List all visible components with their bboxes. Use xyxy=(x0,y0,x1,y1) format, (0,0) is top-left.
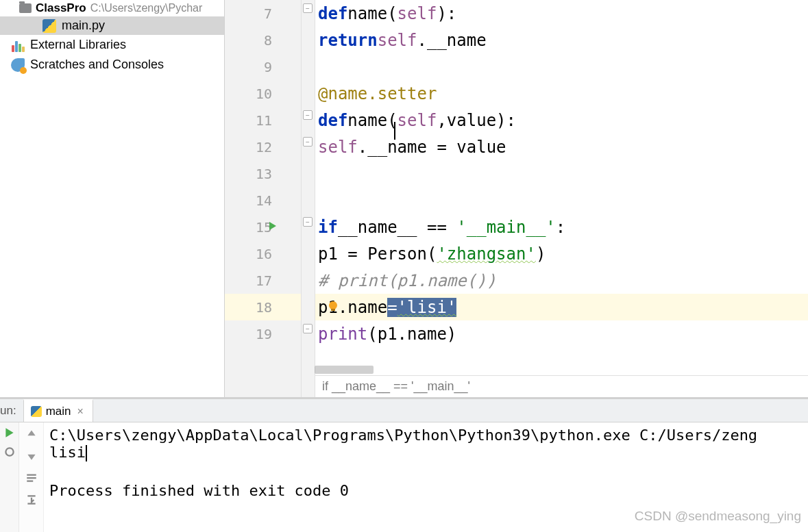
line-number[interactable]: 17 xyxy=(225,267,301,294)
fold-handle[interactable] xyxy=(303,110,313,120)
file-label: main.py xyxy=(62,18,105,33)
top-area: ClassPro C:\Users\zengy\Pychar main.py E… xyxy=(0,0,808,397)
line-number[interactable]: 18 xyxy=(225,294,301,320)
project-sidebar[interactable]: ClassPro C:\Users\zengy\Pychar main.py E… xyxy=(0,0,225,397)
line-number[interactable]: 14 xyxy=(225,187,301,214)
fold-handle[interactable] xyxy=(303,324,313,333)
line-number[interactable]: 16 xyxy=(225,240,301,267)
scratches-label: Scratches and Consoles xyxy=(30,58,164,72)
code-line[interactable]: p1.name='lisi' xyxy=(315,294,808,320)
console-cursor xyxy=(86,445,87,461)
code-line[interactable]: print(p1.name) xyxy=(315,320,808,347)
fold-handle[interactable] xyxy=(303,217,313,227)
code-line[interactable]: def name(self): xyxy=(315,0,808,27)
line-number[interactable]: 8 xyxy=(225,27,301,53)
project-file-mainpy[interactable]: main.py xyxy=(0,16,224,35)
code-line[interactable] xyxy=(315,187,808,214)
scratches-icon xyxy=(11,58,25,72)
svg-rect-1 xyxy=(331,309,335,311)
external-libraries-icon xyxy=(11,38,25,52)
scratches-row[interactable]: Scratches and Consoles xyxy=(0,55,224,75)
watermark: CSDN @sendmeasong_ying xyxy=(635,509,801,524)
intention-bulb-icon[interactable] xyxy=(326,299,340,313)
svg-point-2 xyxy=(5,448,13,455)
code-line[interactable]: return self.__name xyxy=(315,27,808,53)
python-file-icon xyxy=(31,406,42,417)
down-icon[interactable] xyxy=(25,450,38,462)
folder-icon xyxy=(19,3,32,13)
code-area[interactable]: def name(self): return self.__name @name… xyxy=(315,0,808,397)
line-number[interactable]: 15 xyxy=(225,214,301,240)
project-root-row[interactable]: ClassPro C:\Users\zengy\Pychar xyxy=(0,0,224,16)
run-tab-label: main xyxy=(46,405,71,418)
console-stdout: lisi xyxy=(49,444,803,461)
line-number[interactable]: 10 xyxy=(225,80,301,107)
scroll-to-end-icon[interactable] xyxy=(25,494,38,506)
soft-wrap-icon[interactable] xyxy=(25,472,38,484)
external-libraries-row[interactable]: External Libraries xyxy=(0,35,224,55)
project-path: C:\Users\zengy\Pychar xyxy=(90,2,203,14)
code-line[interactable] xyxy=(315,160,808,187)
line-number[interactable]: 13 xyxy=(225,160,301,187)
external-libraries-label: External Libraries xyxy=(30,38,126,52)
console-command: C:\Users\zengy\AppData\Local\Programs\Py… xyxy=(49,427,803,444)
fold-handle[interactable] xyxy=(303,3,313,13)
rerun-icon[interactable] xyxy=(3,427,16,439)
run-gutter-icon[interactable] xyxy=(267,220,278,231)
breadcrumb-text: if __name__ == '__main__' xyxy=(322,379,470,394)
text-cursor xyxy=(394,122,395,140)
up-icon[interactable] xyxy=(25,428,38,440)
code-line[interactable]: if __name__ == '__main__': xyxy=(315,214,808,240)
python-file-icon xyxy=(42,19,56,33)
code-line[interactable]: def name(self,value): xyxy=(315,107,808,134)
code-line[interactable] xyxy=(315,53,808,80)
line-number[interactable]: 11 xyxy=(225,107,301,134)
breadcrumb[interactable]: if __name__ == '__main__' xyxy=(315,375,808,397)
line-number[interactable]: 9 xyxy=(225,53,301,80)
run-tool-strip-left[interactable] xyxy=(0,422,19,532)
line-number[interactable]: 19 xyxy=(225,320,301,347)
line-number[interactable]: 12 xyxy=(225,134,301,160)
code-line[interactable]: p1 = Person('zhangsan') xyxy=(315,240,808,267)
settings-icon[interactable] xyxy=(3,446,16,458)
fold-column[interactable] xyxy=(302,0,315,397)
project-name: ClassPro xyxy=(36,1,86,15)
code-line[interactable]: # print(p1.name()) xyxy=(315,267,808,294)
line-number[interactable]: 7 xyxy=(225,0,301,27)
close-icon[interactable]: × xyxy=(75,405,86,418)
code-editor[interactable]: 7 8 9 10 11 12 13 14 15 16 17 18 19 def … xyxy=(225,0,808,397)
horizontal-scroll-thumb[interactable] xyxy=(315,366,374,374)
svg-point-0 xyxy=(329,301,337,309)
code-line[interactable]: self.__name = value xyxy=(315,134,808,160)
fold-handle[interactable] xyxy=(303,137,313,147)
code-line[interactable]: @name.setter xyxy=(315,80,808,107)
line-gutter[interactable]: 7 8 9 10 11 12 13 14 15 16 17 18 19 xyxy=(225,0,302,397)
run-tab-main[interactable]: main × xyxy=(23,399,93,422)
run-tool-strip-right[interactable] xyxy=(19,422,44,532)
run-panel-label: un: xyxy=(0,404,23,418)
console-exit: Process finished with exit code 0 xyxy=(49,482,803,499)
run-tab-bar[interactable]: un: main × xyxy=(0,399,808,422)
